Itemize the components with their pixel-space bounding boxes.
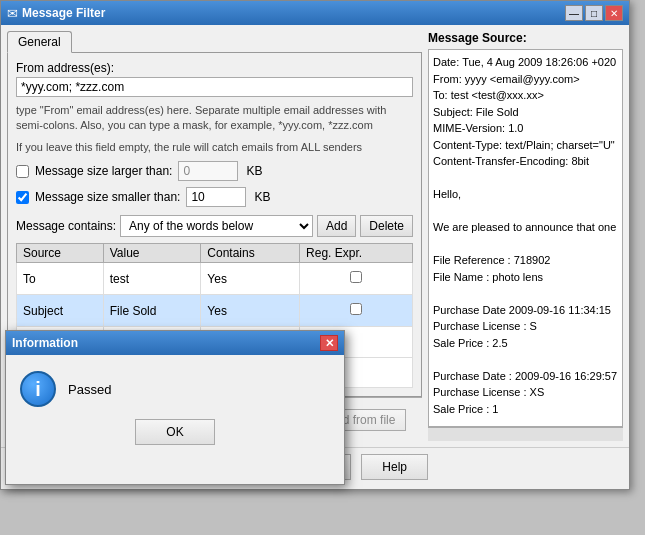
source-title: Message Source:	[428, 31, 623, 45]
maximize-button[interactable]: □	[585, 5, 603, 21]
row2-regexpr	[300, 295, 413, 327]
info-ok-row: OK	[20, 419, 330, 445]
source-content: Date: Tue, 4 Aug 2009 18:26:06 +020 From…	[428, 49, 623, 427]
info-title-bar: Information ✕	[6, 331, 344, 355]
row1-source: To	[17, 263, 104, 295]
info-close-button[interactable]: ✕	[320, 335, 338, 351]
help-text-2: If you leave this field empty, the rule …	[16, 140, 413, 155]
title-bar: ✉ Message Filter — □ ✕	[1, 1, 629, 25]
msg-contains-label: Message contains:	[16, 219, 116, 233]
row1-contains: Yes	[201, 263, 300, 295]
msg-size-smaller-checkbox[interactable]	[16, 191, 29, 204]
row1-regexpr	[300, 263, 413, 295]
window-icon: ✉	[7, 6, 18, 21]
close-button[interactable]: ✕	[605, 5, 623, 21]
msg-size-larger-checkbox[interactable]	[16, 165, 29, 178]
msg-size-smaller-row: Message size smaller than: KB	[16, 187, 413, 207]
window-title: Message Filter	[22, 6, 105, 20]
tab-general[interactable]: General	[7, 31, 72, 53]
from-input[interactable]	[16, 77, 413, 97]
delete-button[interactable]: Delete	[360, 215, 413, 237]
msg-size-larger-input[interactable]	[178, 161, 238, 181]
right-panel: Message Source: Date: Tue, 4 Aug 2009 18…	[428, 31, 623, 441]
col-value: Value	[103, 244, 201, 263]
info-body: i Passed OK	[6, 355, 344, 461]
row2-contains: Yes	[201, 295, 300, 327]
tab-bar: General	[7, 31, 422, 53]
row2-value: File Sold	[103, 295, 201, 327]
kb-label-1: KB	[246, 164, 262, 178]
info-dialog: Information ✕ i Passed OK	[5, 330, 345, 485]
col-contains: Contains	[201, 244, 300, 263]
msg-size-smaller-input[interactable]	[186, 187, 246, 207]
msg-size-larger-row: Message size larger than: KB	[16, 161, 413, 181]
from-label: From address(es):	[16, 61, 413, 75]
msg-size-smaller-label: Message size smaller than:	[35, 190, 180, 204]
row1-regexpr-check[interactable]	[350, 271, 362, 283]
contains-dropdown[interactable]: Any of the words below All of the words …	[120, 215, 313, 237]
col-regexpr: Reg. Expr.	[300, 244, 413, 263]
info-ok-button[interactable]: OK	[135, 419, 214, 445]
row2-source: Subject	[17, 295, 104, 327]
row2-regexpr-check[interactable]	[350, 303, 362, 315]
from-address-section: From address(es):	[16, 61, 413, 97]
minimize-button[interactable]: —	[565, 5, 583, 21]
info-title: Information	[12, 336, 78, 350]
add-button[interactable]: Add	[317, 215, 356, 237]
message-contains-row: Message contains: Any of the words below…	[16, 215, 413, 237]
col-source: Source	[17, 244, 104, 263]
help-text-1: type "From" email address(es) here. Sepa…	[16, 103, 413, 134]
kb-label-2: KB	[254, 190, 270, 204]
horizontal-scrollbar[interactable]	[428, 427, 623, 441]
help-button[interactable]: Help	[361, 454, 428, 480]
row1-value: test	[103, 263, 201, 295]
msg-size-larger-label: Message size larger than:	[35, 164, 172, 178]
table-row[interactable]: Subject File Sold Yes	[17, 295, 413, 327]
table-row[interactable]: To test Yes	[17, 263, 413, 295]
info-message: Passed	[68, 382, 111, 397]
info-icon: i	[20, 371, 56, 407]
info-content-row: i Passed	[20, 371, 330, 407]
